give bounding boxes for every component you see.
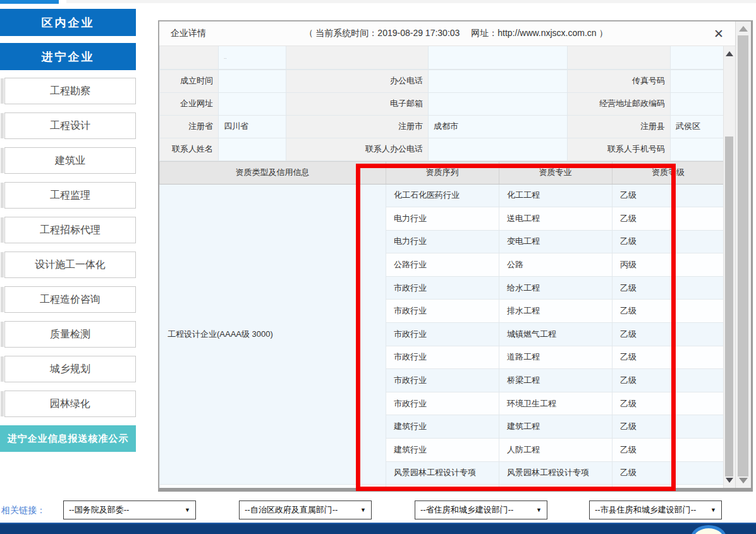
cell-specialty: 送电工程 bbox=[499, 207, 613, 231]
sidebar-item-zhiliangjiance[interactable]: 质量检测 bbox=[4, 321, 136, 348]
enterprise-detail-modal: 企业详情 （ 当前系统时间：2019-08-29 17:30:03 网址：htt… bbox=[158, 20, 753, 492]
scroll-up-icon[interactable] bbox=[726, 51, 733, 56]
table-row: 工程勘察企业(AAAA级 3000) 工程勘察专业类 工程测量 乙级 bbox=[160, 485, 724, 488]
dropdown-selected-value: --自治区政府及直属部门-- bbox=[245, 504, 358, 516]
info-label: 联系人办公电话 bbox=[286, 138, 429, 161]
scroll-down-icon[interactable] bbox=[739, 478, 748, 483]
info-row: 注册省 四川省 注册市 成都市 注册县 武侯区 bbox=[160, 115, 724, 138]
info-value: 成都市 bbox=[429, 115, 568, 138]
cell-series: 市政行业 bbox=[386, 346, 499, 369]
footer-badge-clip bbox=[0, 523, 756, 534]
cell-specialty: 人防工程 bbox=[499, 439, 613, 462]
sidebar-item-gongchengkancha[interactable]: 工程勘察 bbox=[4, 78, 136, 104]
clipped-cell bbox=[286, 46, 429, 69]
cell-series: 建筑行业 bbox=[386, 415, 499, 439]
clipped-cell bbox=[568, 46, 671, 69]
modal-header: 企业详情 （ 当前系统时间：2019-08-29 17:30:03 网址：htt… bbox=[159, 21, 735, 46]
cell-specialty: 工程测量 bbox=[499, 485, 613, 488]
info-label: 经营地址邮政编码 bbox=[568, 92, 671, 115]
cell-specialty: 给水工程 bbox=[499, 276, 613, 300]
dropdown-state-council[interactable]: --国务院及部委-- ▼ bbox=[63, 501, 196, 519]
sidebar: 区内企业 进宁企业 工程勘察 工程设计 建筑业 工程监理 工程招标代理 设计施工… bbox=[0, 4, 136, 452]
clipped-cell bbox=[429, 46, 568, 69]
sidebar-category-list: 工程勘察 工程设计 建筑业 工程监理 工程招标代理 设计施工一体化 工程造价咨询… bbox=[0, 78, 136, 417]
scroll-down-icon[interactable] bbox=[726, 478, 733, 483]
chevron-down-icon: ▼ bbox=[185, 507, 190, 513]
info-row: 联系人姓名 联系人办公电话 联系人手机号码 bbox=[160, 138, 724, 161]
sidebar-item-yuanlinlvhua[interactable]: 园林绿化 bbox=[4, 391, 136, 417]
col-header-series: 资质序列 bbox=[386, 161, 499, 184]
info-value bbox=[219, 70, 286, 92]
cell-grade: 乙级 bbox=[613, 369, 724, 392]
cell-grade: 乙级 bbox=[613, 392, 724, 415]
col-header-specialty: 资质专业 bbox=[499, 161, 613, 184]
scrollbar-thumb[interactable] bbox=[738, 35, 748, 476]
modal-title: 企业详情 bbox=[159, 28, 206, 39]
scrollbar-thumb[interactable] bbox=[725, 137, 733, 476]
cell-grade: 乙级 bbox=[613, 207, 724, 231]
cell-specialty: 建筑工程 bbox=[499, 415, 613, 439]
info-value bbox=[219, 92, 286, 115]
scroll-up-icon[interactable] bbox=[739, 26, 748, 32]
sidebar-notice-button[interactable]: 进宁企业信息报送核准公示 bbox=[0, 425, 136, 452]
cell-grade: 乙级 bbox=[613, 323, 724, 346]
dropdown-selected-value: --市县住房和城乡建设部门-- bbox=[595, 504, 708, 516]
cell-specialty: 风景园林工程设计专项 bbox=[499, 461, 613, 485]
info-label: 联系人姓名 bbox=[160, 138, 219, 161]
close-icon[interactable]: ✕ bbox=[706, 27, 735, 41]
info-label: 注册省 bbox=[160, 115, 219, 138]
cell-grade: 乙级 bbox=[613, 276, 724, 300]
cell-specialty: 道路工程 bbox=[499, 346, 613, 369]
info-label: 办公电话 bbox=[286, 70, 429, 92]
cell-series: 市政行业 bbox=[386, 369, 499, 392]
clipped-cell bbox=[160, 46, 219, 69]
cell-series: 建筑行业 bbox=[386, 439, 499, 462]
qual-header-row: 资质类型及信用信息 资质序列 资质专业 资质等级 bbox=[160, 161, 724, 184]
table-row: 工程设计企业(AAAA级 3000) 化工石化医药行业 化工工程 乙级 bbox=[160, 184, 724, 207]
cell-grade: 乙级 bbox=[613, 300, 724, 323]
related-links-label: 相关链接： bbox=[1, 505, 46, 516]
chevron-down-icon: ▼ bbox=[360, 507, 366, 513]
cell-series: 风景园林工程设计专项 bbox=[386, 461, 499, 485]
cell-series: 市政行业 bbox=[386, 392, 499, 415]
info-value: 武侯区 bbox=[671, 115, 724, 138]
cell-specialty: 公路 bbox=[499, 253, 613, 277]
cell-specialty: 变电工程 bbox=[499, 230, 613, 253]
sidebar-item-gongchengjianli[interactable]: 工程监理 bbox=[4, 182, 136, 209]
dropdown-selected-value: --省住房和城乡建设部门-- bbox=[420, 504, 533, 516]
cell-specialty: 化工工程 bbox=[499, 184, 613, 207]
info-label: 传真号码 bbox=[568, 70, 671, 92]
info-label: 成立时间 bbox=[160, 70, 219, 92]
cell-series: 电力行业 bbox=[386, 207, 499, 231]
dropdown-city-county-housing[interactable]: --市县住房和城乡建设部门-- ▼ bbox=[589, 501, 722, 519]
sidebar-item-zaojiazixun[interactable]: 工程造价咨询 bbox=[4, 286, 136, 313]
sidebar-item-chengxiangguihua[interactable]: 城乡规划 bbox=[4, 356, 136, 382]
chevron-down-icon: ▼ bbox=[710, 507, 716, 513]
cell-specialty: 排水工程 bbox=[499, 300, 613, 323]
modal-scrollbar[interactable] bbox=[735, 21, 751, 488]
dropdown-provincial-housing[interactable]: --省住房和城乡建设部门-- ▼ bbox=[415, 501, 547, 519]
cell-grade: 乙级 bbox=[613, 184, 724, 207]
sidebar-item-jianzhuye[interactable]: 建筑业 bbox=[4, 147, 136, 174]
sidebar-item-zhaobiaodaili[interactable]: 工程招标代理 bbox=[4, 217, 136, 243]
table-scrollbar[interactable] bbox=[723, 46, 735, 488]
qual-type-cell: 工程设计企业(AAAA级 3000) bbox=[160, 184, 386, 485]
footer-badge-icon[interactable] bbox=[691, 525, 726, 534]
sidebar-item-gongchengsheji[interactable]: 工程设计 bbox=[4, 112, 136, 139]
info-label: 注册市 bbox=[286, 115, 429, 138]
cell-grade: 乙级 bbox=[613, 346, 724, 369]
sidebar-item-shejishigongyitihua[interactable]: 设计施工一体化 bbox=[4, 252, 136, 278]
info-row: 企业网址 电子邮箱 经营地址邮政编码 bbox=[160, 92, 724, 115]
info-value bbox=[219, 138, 286, 161]
col-header-type: 资质类型及信用信息 bbox=[160, 161, 386, 184]
cell-series: 公路行业 bbox=[386, 253, 499, 277]
info-label: 联系人手机号码 bbox=[568, 138, 671, 161]
clipped-cell: .. bbox=[219, 46, 286, 69]
chevron-down-icon: ▼ bbox=[536, 507, 542, 513]
info-row: 成立时间 办公电话 传真号码 bbox=[160, 70, 724, 92]
sidebar-item-jinningqiye[interactable]: 进宁企业 bbox=[0, 43, 136, 70]
info-value bbox=[671, 92, 724, 115]
dropdown-autonomous-region[interactable]: --自治区政府及直属部门-- ▼ bbox=[239, 501, 372, 519]
modal-content: .. 成立时间 办公电话 传真号码 bbox=[159, 46, 723, 488]
sidebar-item-quneiqiye[interactable]: 区内企业 bbox=[0, 9, 136, 36]
